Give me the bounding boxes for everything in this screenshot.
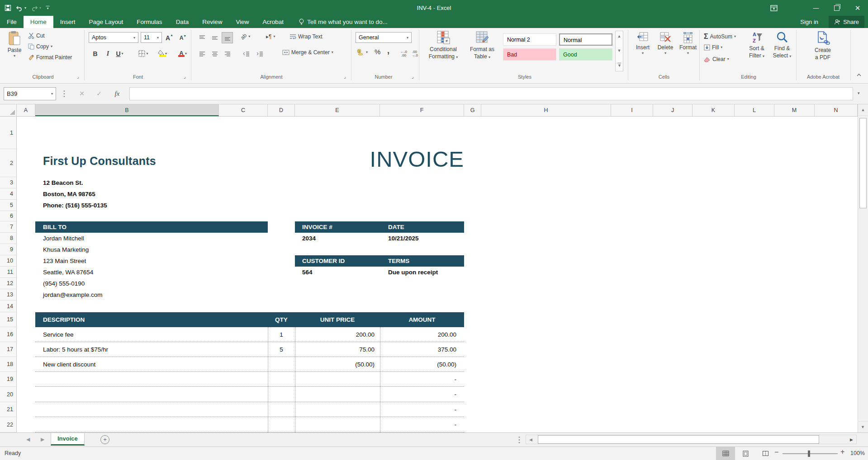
- copy-button[interactable]: Copy ▾: [28, 43, 52, 50]
- wrap-text-button[interactable]: Wrap Text: [289, 33, 323, 40]
- column-header-E[interactable]: E: [295, 104, 380, 116]
- number-format-select[interactable]: General▾: [356, 32, 412, 43]
- ribbon-tab-review[interactable]: Review: [195, 16, 229, 28]
- percent-style-button[interactable]: %: [375, 48, 380, 56]
- column-header-M[interactable]: M: [774, 104, 815, 116]
- customer-meta-bar[interactable]: CUSTOMER ID TERMS: [295, 255, 464, 267]
- paste-button[interactable]: Paste ▾: [4, 31, 25, 58]
- column-header-J[interactable]: J: [653, 104, 693, 116]
- horizontal-scrollbar[interactable]: ◀ ▶: [526, 435, 857, 444]
- ribbon-tab-home[interactable]: Home: [24, 16, 53, 28]
- sheet-tab-invoice[interactable]: Invoice: [51, 433, 85, 446]
- orientation-button[interactable]: ab▾: [241, 33, 250, 40]
- item-amount[interactable]: 375.00: [380, 342, 456, 357]
- font-color-button[interactable]: A ▾: [175, 48, 190, 59]
- align-bottom-button[interactable]: [222, 32, 233, 43]
- scroll-up-arrow[interactable]: ▲: [858, 104, 868, 116]
- enter-formula-button[interactable]: ✓: [92, 87, 106, 100]
- bill-to-line[interactable]: (954) 555-0190: [43, 278, 85, 289]
- name-box[interactable]: B39▾: [4, 87, 56, 100]
- company-address-line[interactable]: Boston, MA 98765: [43, 188, 95, 200]
- row-header-14[interactable]: 14: [0, 300, 17, 312]
- company-address-line[interactable]: 12 Beacon St.: [43, 177, 83, 188]
- row-header-15[interactable]: 15: [0, 312, 17, 327]
- row-header-18[interactable]: 18: [0, 357, 17, 372]
- font-name-select[interactable]: Aptos▾: [89, 32, 138, 43]
- row-header-8[interactable]: 8: [0, 233, 17, 244]
- tell-me-box[interactable]: Tell me what you want to do...: [299, 16, 388, 28]
- ribbon-display-options-button[interactable]: [764, 0, 784, 16]
- find-select-button[interactable]: Find & Select ▾: [770, 31, 794, 59]
- row-header-10[interactable]: 10: [0, 255, 17, 267]
- bill-to-line[interactable]: Khusa Marketing: [43, 244, 89, 255]
- formula-input[interactable]: [129, 87, 853, 100]
- sheet-area[interactable]: First Up Consultants INVOICE BILL TO INV…: [0, 117, 858, 432]
- column-header-G[interactable]: G: [464, 104, 481, 116]
- row-header-17[interactable]: 17: [0, 342, 17, 357]
- comma-style-button[interactable]: ,: [387, 46, 389, 56]
- zoom-slider-track[interactable]: [783, 453, 838, 454]
- cell-style-normal-2[interactable]: Normal 2: [503, 33, 556, 46]
- format-cells-button[interactable]: Format▾: [678, 32, 698, 55]
- styles-gallery-scrollbar[interactable]: ▲ ▼ ▼: [615, 31, 623, 71]
- column-header-I[interactable]: I: [611, 104, 653, 116]
- text-direction-button[interactable]: ▸¶▾: [266, 33, 275, 40]
- invoice-meta-bar[interactable]: INVOICE # DATE: [295, 221, 464, 233]
- cell-style-bad[interactable]: Bad: [503, 48, 556, 61]
- borders-button[interactable]: ▾: [136, 48, 151, 59]
- column-header-B[interactable]: B: [35, 104, 219, 116]
- zoom-slider-handle[interactable]: [808, 451, 810, 457]
- column-header-A[interactable]: A: [17, 104, 35, 116]
- align-top-button[interactable]: [196, 32, 208, 43]
- scroll-down-arrow[interactable]: ▼: [858, 421, 868, 432]
- row-header-4[interactable]: 4: [0, 188, 17, 200]
- hscroll-left-arrow[interactable]: ◀: [529, 437, 532, 442]
- format-painter-button[interactable]: Format Painter: [28, 54, 72, 61]
- column-header-L[interactable]: L: [735, 104, 774, 116]
- sheet-nav-next-icon[interactable]: ▶: [41, 437, 44, 442]
- row-header-11[interactable]: 11: [0, 267, 17, 278]
- font-dialog-launcher[interactable]: ⌟: [184, 75, 189, 80]
- zoom-in-button[interactable]: +: [840, 448, 844, 456]
- row-header-9[interactable]: 9: [0, 244, 17, 255]
- sort-filter-button[interactable]: AZ Sort & Filter ▾: [745, 31, 769, 59]
- autosum-button[interactable]: Σ AutoSum▾: [704, 33, 736, 41]
- ribbon-tab-page-layout[interactable]: Page Layout: [82, 16, 130, 28]
- expand-formula-bar[interactable]: ▾: [858, 91, 860, 95]
- ribbon-tab-acrobat[interactable]: Acrobat: [256, 16, 290, 28]
- fill-color-button[interactable]: ▾: [155, 48, 170, 59]
- page-layout-view-button[interactable]: [736, 447, 755, 460]
- customer-id-value[interactable]: 564: [302, 267, 313, 278]
- bill-to-line[interactable]: jordan@example.com: [43, 289, 103, 300]
- row-header-19[interactable]: 19: [0, 372, 17, 387]
- cut-button[interactable]: Cut: [28, 33, 45, 39]
- share-button[interactable]: Share: [829, 16, 864, 28]
- merge-center-button[interactable]: Merge & Center ▾: [282, 49, 333, 56]
- item-amount[interactable]: 200.00: [380, 327, 456, 342]
- delete-cells-button[interactable]: Delete▾: [655, 32, 676, 55]
- column-header-F[interactable]: F: [380, 104, 464, 116]
- sheet-nav-prev-icon[interactable]: ◀: [26, 437, 30, 442]
- restore-button[interactable]: [826, 0, 847, 16]
- tabbar-splitter[interactable]: •••: [518, 436, 520, 444]
- item-unit-price[interactable]: 75.00: [295, 342, 375, 357]
- row-header-3[interactable]: 3: [0, 177, 17, 188]
- row-header-1[interactable]: 1: [0, 117, 17, 149]
- item-qty[interactable]: 5: [268, 342, 295, 357]
- clipboard-dialog-launcher[interactable]: ⌟: [77, 75, 82, 80]
- bill-to-line[interactable]: Seattle, WA 87654: [43, 267, 93, 278]
- collapse-ribbon-button[interactable]: [856, 73, 862, 77]
- items-table-header-bar[interactable]: DESCRIPTION QTY UNIT PRICE AMOUNT: [35, 312, 464, 327]
- minimize-button[interactable]: —: [806, 0, 826, 16]
- vscroll-thumb[interactable]: [859, 118, 867, 208]
- select-all-corner[interactable]: [0, 104, 17, 116]
- row-header-12[interactable]: 12: [0, 278, 17, 289]
- decrease-indent-button[interactable]: [241, 48, 252, 59]
- row-header-2[interactable]: 2: [0, 149, 17, 177]
- decrease-font-button[interactable]: A▼: [177, 32, 189, 43]
- align-middle-button[interactable]: [209, 32, 220, 43]
- styles-scroll-down-icon[interactable]: ▼: [616, 48, 623, 53]
- increase-indent-button[interactable]: [254, 48, 266, 59]
- align-center-button[interactable]: [209, 48, 220, 59]
- item-qty[interactable]: 1: [268, 327, 295, 342]
